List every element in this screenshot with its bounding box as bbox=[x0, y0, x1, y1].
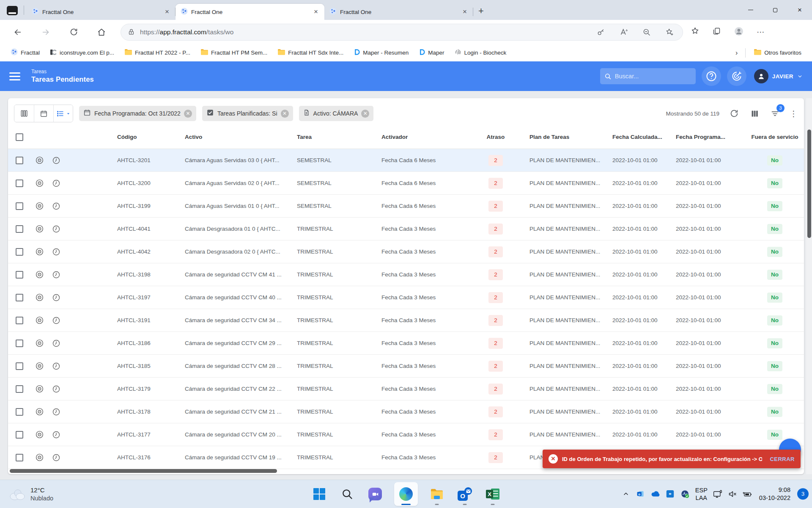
table-row[interactable]: AHTCL-3191 Cámara de seguridad CCTV CM 3… bbox=[8, 309, 804, 332]
minimize-button[interactable] bbox=[738, 0, 763, 20]
table-row[interactable]: AHTCL-3177 Cámara de seguridad CCTV CM 2… bbox=[8, 423, 804, 446]
table-row[interactable]: AHTCL-4041 Cámara Desgrasadora 01 0 { AH… bbox=[8, 218, 804, 240]
select-all-checkbox[interactable] bbox=[16, 133, 23, 141]
table-row[interactable]: AHTCL-3197 Cámara de seguridad CCTV CM 4… bbox=[8, 286, 804, 309]
view-eye-icon[interactable] bbox=[34, 338, 45, 349]
view-eye-icon[interactable] bbox=[34, 269, 45, 280]
filter-chip[interactable]: Activo: CÁMARA✕ bbox=[299, 106, 374, 121]
row-checkbox[interactable] bbox=[16, 225, 23, 233]
history-clock-icon[interactable] bbox=[51, 361, 62, 372]
chip-remove-icon[interactable]: ✕ bbox=[361, 110, 369, 118]
view-eye-icon[interactable] bbox=[34, 178, 45, 189]
taskbar-search-button[interactable] bbox=[338, 482, 356, 506]
filter-chip[interactable]: Tareas Planificadas: Si✕ bbox=[202, 106, 293, 121]
view-eye-icon[interactable] bbox=[34, 384, 45, 395]
notification-badge[interactable]: 3 bbox=[797, 489, 809, 500]
bookmark-item[interactable]: Fracttal bbox=[7, 47, 44, 59]
table-row[interactable]: AHTCL-3199 Cámara Aguas Servidas 01 0 { … bbox=[8, 195, 804, 218]
close-button[interactable]: × bbox=[787, 0, 812, 20]
bookmarks-overflow-icon[interactable]: › bbox=[732, 49, 741, 57]
weather-widget[interactable]: 12°C Nublado bbox=[8, 486, 53, 502]
tab-close-icon[interactable]: × bbox=[163, 8, 171, 16]
view-eye-icon[interactable] bbox=[34, 315, 45, 326]
bookmark-item[interactable]: Maper - Resumen bbox=[350, 47, 412, 59]
add-favorite-icon[interactable] bbox=[662, 25, 677, 39]
history-clock-icon[interactable] bbox=[51, 292, 62, 303]
row-checkbox[interactable] bbox=[16, 431, 23, 439]
teamviewer-icon[interactable] bbox=[666, 489, 675, 499]
bookmark-item[interactable]: Login - Biocheck bbox=[451, 47, 510, 59]
row-checkbox[interactable] bbox=[16, 362, 23, 370]
favorites-icon[interactable] bbox=[691, 27, 700, 37]
browser-tab[interactable]: Fracttal One× bbox=[176, 4, 324, 20]
other-favorites-button[interactable]: Otros favoritos bbox=[750, 47, 805, 58]
bookmark-item[interactable]: Maper bbox=[415, 47, 448, 59]
history-clock-icon[interactable] bbox=[51, 384, 62, 395]
row-checkbox[interactable] bbox=[16, 179, 23, 187]
vertical-scrollbar-thumb[interactable] bbox=[807, 130, 811, 238]
back-icon[interactable] bbox=[11, 25, 25, 39]
table-row[interactable]: AHTCL-3178 Cámara de seguridad CCTV CM 2… bbox=[8, 400, 804, 423]
history-clock-icon[interactable] bbox=[51, 178, 62, 189]
row-checkbox[interactable] bbox=[16, 317, 23, 324]
bookmark-item[interactable]: iconstruye.com El p... bbox=[46, 47, 118, 59]
history-clock-icon[interactable] bbox=[51, 246, 62, 257]
zoom-out-icon[interactable] bbox=[639, 25, 654, 39]
display-icon[interactable] bbox=[713, 489, 722, 499]
row-checkbox[interactable] bbox=[16, 271, 23, 279]
clock[interactable]: 9:08 03-10-2022 bbox=[759, 486, 790, 502]
row-checkbox[interactable] bbox=[16, 157, 23, 164]
table-row[interactable]: AHTCL-3185 Cámara de seguridad CCTV CM 2… bbox=[8, 355, 804, 378]
column-view-button[interactable] bbox=[14, 105, 34, 122]
row-checkbox[interactable] bbox=[16, 408, 23, 416]
table-row[interactable]: AHTCL-4042 Cámara Desgrasadora 02 0 { AH… bbox=[8, 240, 804, 263]
row-checkbox[interactable] bbox=[16, 385, 23, 393]
browser-tab[interactable]: Fracttal One× bbox=[324, 4, 473, 20]
history-clock-icon[interactable] bbox=[51, 201, 62, 212]
calendar-view-button[interactable] bbox=[34, 105, 53, 122]
columns-settings-icon[interactable] bbox=[749, 108, 760, 119]
chip-remove-icon[interactable]: ✕ bbox=[184, 110, 192, 118]
view-eye-icon[interactable] bbox=[34, 246, 45, 257]
view-eye-icon[interactable] bbox=[34, 155, 45, 166]
view-eye-icon[interactable] bbox=[34, 452, 45, 463]
file-explorer-button[interactable] bbox=[428, 482, 446, 506]
table-row[interactable]: AHTCL-3201 Cámara Aguas Servidas 03 0 { … bbox=[8, 149, 804, 172]
forward-icon[interactable] bbox=[38, 25, 53, 39]
view-eye-icon[interactable] bbox=[34, 201, 45, 212]
refresh-icon[interactable] bbox=[729, 108, 740, 119]
row-checkbox[interactable] bbox=[16, 248, 23, 256]
profile-avatar-icon[interactable] bbox=[734, 26, 744, 38]
history-clock-icon[interactable] bbox=[51, 452, 62, 463]
view-eye-icon[interactable] bbox=[34, 406, 45, 417]
browser-tab[interactable]: Fracttal One× bbox=[27, 4, 176, 20]
history-clock-icon[interactable] bbox=[51, 155, 62, 166]
read-aloud-icon[interactable] bbox=[617, 25, 631, 39]
tab-close-icon[interactable]: × bbox=[461, 8, 469, 16]
battery-icon[interactable] bbox=[743, 489, 752, 499]
more-options-icon[interactable]: ⋮ bbox=[790, 109, 798, 119]
history-clock-icon[interactable] bbox=[51, 338, 62, 349]
row-checkbox[interactable] bbox=[16, 454, 23, 461]
monitoring-app-icon[interactable] bbox=[680, 489, 690, 499]
horizontal-scrollbar[interactable] bbox=[10, 469, 277, 473]
view-eye-icon[interactable] bbox=[34, 429, 45, 440]
goals-target-button[interactable] bbox=[727, 66, 746, 86]
row-checkbox[interactable] bbox=[16, 202, 23, 210]
view-eye-icon[interactable] bbox=[34, 224, 45, 235]
history-clock-icon[interactable] bbox=[51, 406, 62, 417]
user-menu[interactable]: JAVIER bbox=[754, 69, 803, 83]
chip-remove-icon[interactable]: ✕ bbox=[281, 110, 289, 118]
collections-icon[interactable] bbox=[712, 27, 721, 37]
bookmark-item[interactable]: Fracttal HT Sdx Inte... bbox=[274, 47, 347, 58]
filter-icon[interactable]: 3 bbox=[769, 108, 780, 119]
new-tab-button[interactable]: + bbox=[478, 8, 484, 14]
password-key-icon[interactable] bbox=[594, 25, 608, 39]
view-eye-icon[interactable] bbox=[34, 361, 45, 372]
maximize-button[interactable] bbox=[763, 0, 787, 20]
bookmark-item[interactable]: Fracttal HT 2022 - P... bbox=[121, 47, 194, 58]
history-clock-icon[interactable] bbox=[51, 269, 62, 280]
excel-button[interactable]: X bbox=[484, 482, 502, 506]
table-row[interactable]: AHTCL-3200 Cámara Aguas Servidas 02 0 { … bbox=[8, 172, 804, 195]
outlook-tray-icon[interactable]: o bbox=[636, 489, 645, 499]
